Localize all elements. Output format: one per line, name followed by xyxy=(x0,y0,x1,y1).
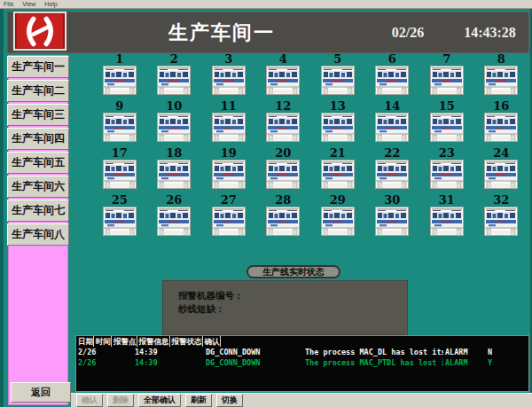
machine-cell[interactable]: 10 xyxy=(147,100,202,147)
sidebar-item-workshop[interactable]: 生产车间一 xyxy=(7,56,69,78)
machine-number: 23 xyxy=(439,147,455,160)
machine-cell[interactable]: 24 xyxy=(474,147,529,194)
machine-cell[interactable]: 9 xyxy=(92,100,147,147)
machine-cell[interactable]: 31 xyxy=(419,194,474,241)
machine-number: 1 xyxy=(115,53,123,66)
toolbar-button[interactable]: 确认 xyxy=(76,394,103,407)
alarm-row[interactable]: 2/26 14:39 DG_CONN_DOWN The process MAC_… xyxy=(76,347,528,357)
menu-bar: FileViewHelp xyxy=(0,0,532,9)
alarm-machine-no-label: 报警机器编号： xyxy=(178,289,407,302)
machine-cell[interactable]: 5 xyxy=(310,53,365,100)
knitting-machine-icon xyxy=(430,207,464,236)
knitting-machine-icon xyxy=(321,66,355,95)
menu-item[interactable]: File xyxy=(4,0,13,8)
machine-cell[interactable]: 32 xyxy=(474,194,529,241)
alarm-date: 2/26 xyxy=(76,347,133,357)
alarm-row[interactable]: 2/26 14:39 DG_CONN_DOWN The process MAC_… xyxy=(76,357,528,368)
knitting-machine-icon xyxy=(212,113,246,142)
sidebar-item-workshop[interactable]: 生产车间二 xyxy=(7,80,69,102)
knitting-machine-icon xyxy=(157,113,191,142)
machine-number: 9 xyxy=(115,100,123,113)
back-button[interactable]: 返回 xyxy=(11,382,71,403)
alarm-table-body: 2/26 14:39 DG_CONN_DOWN The process MAC_… xyxy=(76,347,528,368)
machine-number: 32 xyxy=(493,194,509,207)
machine-cell[interactable]: 18 xyxy=(147,147,202,194)
alarm-column-header: 确认 xyxy=(203,336,221,347)
machine-cell[interactable]: 2 xyxy=(147,53,202,100)
machine-cell[interactable]: 19 xyxy=(201,147,256,194)
machine-cell[interactable]: 14 xyxy=(365,100,420,147)
knitting-machine-icon xyxy=(266,113,300,142)
machine-cell[interactable]: 12 xyxy=(256,100,311,147)
machine-cell[interactable]: 20 xyxy=(256,147,311,194)
machine-cell[interactable]: 28 xyxy=(256,194,311,241)
machine-number: 6 xyxy=(388,53,396,66)
knitting-machine-icon xyxy=(375,207,409,236)
machine-cell[interactable]: 22 xyxy=(365,147,420,194)
alarm-point: DG_CONN_DOWN xyxy=(204,357,303,368)
machine-cell[interactable]: 27 xyxy=(201,194,256,241)
machine-number: 10 xyxy=(166,100,182,113)
alarm-status: ALARM xyxy=(443,357,486,368)
machine-cell[interactable]: 26 xyxy=(147,194,202,241)
sidebar-item-workshop[interactable]: 生产车间七 xyxy=(7,200,69,222)
machine-cell[interactable]: 1 xyxy=(92,53,147,100)
machine-number: 19 xyxy=(221,147,237,160)
menu-item[interactable]: View xyxy=(22,0,35,8)
sidebar-item-workshop[interactable]: 生产车间六 xyxy=(7,176,69,198)
machine-number: 13 xyxy=(330,100,346,113)
machine-cell[interactable]: 13 xyxy=(310,100,365,147)
toolbar-button[interactable]: 切换 xyxy=(216,394,243,407)
machine-cell[interactable]: 16 xyxy=(474,100,529,147)
machine-cell[interactable]: 21 xyxy=(310,147,365,194)
machine-cell[interactable]: 7 xyxy=(419,53,474,100)
alarm-table: 日期时间报警点报警信息报警状态确认 2/26 14:39 DG_CONN_DOW… xyxy=(75,335,529,392)
sidebar-item-workshop[interactable]: 生产车间五 xyxy=(7,152,69,174)
knitting-machine-icon xyxy=(157,207,191,236)
alarm-time: 14:39 xyxy=(133,357,204,368)
menu-item[interactable]: Help xyxy=(44,0,57,8)
machine-cell[interactable]: 15 xyxy=(419,100,474,147)
knitting-machine-icon xyxy=(103,207,137,236)
machine-number: 5 xyxy=(333,53,341,66)
toolbar-button[interactable]: 刷新 xyxy=(185,394,212,407)
knitting-machine-icon xyxy=(375,160,409,189)
knitting-machine-icon xyxy=(157,160,191,189)
knitting-machine-icon xyxy=(484,113,518,142)
machine-cell[interactable]: 23 xyxy=(419,147,474,194)
machine-grid: 1 xyxy=(92,53,528,241)
toolbar-button[interactable]: 删除 xyxy=(107,394,134,407)
knitting-machine-icon xyxy=(484,207,518,236)
machine-cell[interactable]: 3 xyxy=(201,53,256,100)
machine-cell[interactable]: 8 xyxy=(474,53,529,100)
sidebar-item-workshop[interactable]: 生产车间三 xyxy=(7,104,69,126)
workshop-nav: 生产车间一生产车间二生产车间三生产车间四生产车间五生产车间六生产车间七生产车间八 xyxy=(7,56,69,246)
machine-cell[interactable]: 11 xyxy=(201,100,256,147)
machine-number: 25 xyxy=(112,194,128,207)
machine-cell[interactable]: 4 xyxy=(256,53,311,100)
knitting-machine-icon xyxy=(430,113,464,142)
machine-cell[interactable]: 29 xyxy=(310,194,365,241)
alarm-column-header: 报警点 xyxy=(112,336,137,347)
machine-cell[interactable]: 17 xyxy=(92,147,147,194)
sidebar-item-workshop[interactable]: 生产车间八 xyxy=(7,223,69,246)
machine-number: 12 xyxy=(275,100,291,113)
machine-cell[interactable]: 30 xyxy=(365,194,420,241)
machine-cell[interactable]: 6 xyxy=(365,53,420,100)
machine-number: 29 xyxy=(330,194,346,207)
machine-number: 14 xyxy=(384,100,400,113)
machine-number: 31 xyxy=(439,194,455,207)
machine-number: 18 xyxy=(166,147,182,160)
alarm-point: DG_CONN_DOWN xyxy=(204,347,303,357)
machine-cell[interactable]: 25 xyxy=(92,194,147,241)
knitting-machine-icon xyxy=(266,207,300,236)
sidebar-item-workshop[interactable]: 生产车间四 xyxy=(7,128,69,150)
machine-number: 21 xyxy=(330,147,346,160)
alarm-ack: Y xyxy=(486,357,527,368)
toolbar-button[interactable]: 全部确认 xyxy=(138,394,181,407)
alarm-table-header: 日期时间报警点报警信息报警状态确认 xyxy=(76,336,528,347)
machine-number: 17 xyxy=(112,147,128,160)
brand-h-logo-icon xyxy=(12,11,67,51)
machine-number: 20 xyxy=(275,147,291,160)
knitting-machine-icon xyxy=(321,207,355,236)
